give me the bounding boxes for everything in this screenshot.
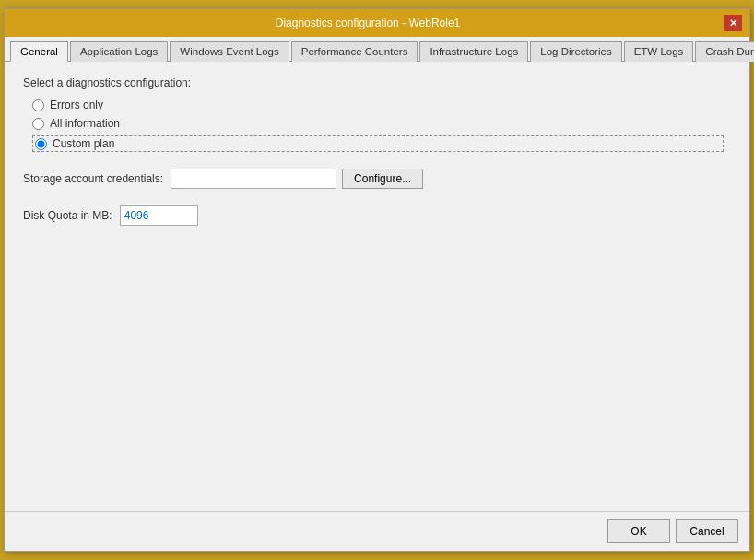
radio-all-info[interactable]: [32, 118, 44, 130]
tab-etw-logs[interactable]: ETW Logs: [624, 41, 694, 62]
tab-crash-dumps[interactable]: Crash Dumps: [695, 41, 754, 62]
radio-errors-only-label: Errors only: [50, 99, 103, 111]
configure-button[interactable]: Configure...: [342, 169, 423, 189]
tab-bar: General Application Logs Windows Event L…: [5, 37, 749, 62]
radio-group: Errors only All information Custom plan: [32, 99, 731, 152]
tab-general[interactable]: General: [10, 41, 68, 62]
storage-input[interactable]: [171, 169, 336, 189]
tab-application-logs[interactable]: Application Logs: [70, 41, 168, 62]
tab-infrastructure-logs[interactable]: Infrastructure Logs: [419, 41, 528, 62]
disk-quota-label: Disk Quota in MB:: [23, 209, 112, 222]
tab-windows-event-logs[interactable]: Windows Event Logs: [170, 41, 289, 62]
ok-button[interactable]: OK: [607, 519, 670, 543]
radio-custom-plan-label: Custom plan: [53, 137, 114, 150]
tab-content-general: Select a diagnostics configuration: Erro…: [5, 62, 749, 511]
window-title: Diagnostics configuration - WebRole1: [12, 17, 724, 29]
dialog-window: Diagnostics configuration - WebRole1 ✕ G…: [4, 8, 750, 552]
dialog-body: General Application Logs Windows Event L…: [5, 37, 749, 511]
radio-errors-only[interactable]: [32, 99, 44, 111]
radio-all-info-row: All information: [32, 117, 731, 130]
section-label: Select a diagnostics configuration:: [23, 76, 731, 89]
radio-custom-plan[interactable]: [35, 138, 47, 150]
tab-performance-counters[interactable]: Performance Counters: [291, 41, 418, 62]
radio-errors-only-row: Errors only: [32, 99, 731, 111]
disk-quota-row: Disk Quota in MB:: [23, 205, 731, 226]
close-button[interactable]: ✕: [724, 15, 742, 31]
radio-all-info-label: All information: [50, 117, 120, 130]
disk-quota-input[interactable]: [120, 205, 198, 226]
title-bar: Diagnostics configuration - WebRole1 ✕: [5, 9, 749, 37]
storage-row: Storage account credentials: Configure..…: [23, 169, 731, 189]
radio-custom-plan-row: Custom plan: [32, 135, 731, 152]
storage-label: Storage account credentials:: [23, 172, 163, 185]
custom-plan-wrapper: Custom plan: [32, 135, 724, 152]
tab-log-directories[interactable]: Log Directories: [530, 41, 621, 62]
dialog-footer: OK Cancel: [5, 511, 749, 551]
cancel-button[interactable]: Cancel: [676, 519, 738, 543]
